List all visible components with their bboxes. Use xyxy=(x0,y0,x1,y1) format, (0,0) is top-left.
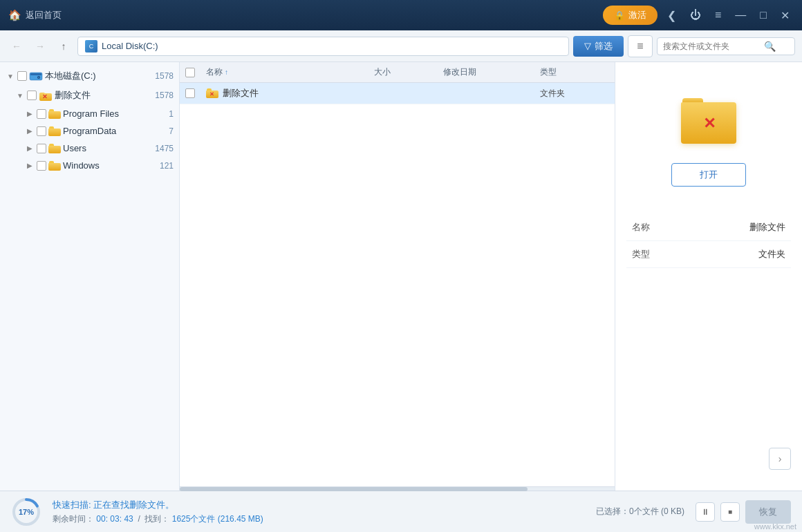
folder-icon-users xyxy=(48,144,61,153)
titlebar: 🏠 返回首页 🔒 激活 ❮ ⏻ ≡ — □ ✕ xyxy=(0,0,802,30)
activate-button[interactable]: 🔒 激活 xyxy=(603,6,658,25)
tree-count-3: 7 xyxy=(169,126,174,136)
forward-button[interactable]: → xyxy=(30,37,50,56)
checkbox-3[interactable] xyxy=(37,126,46,136)
scrollbar-area xyxy=(180,486,615,491)
status-main: 快速扫描: 正在查找删除文件。 xyxy=(53,499,585,511)
checkbox-5[interactable] xyxy=(37,161,46,171)
tree-item-deleted-files[interactable]: ▼ ✕ 删除文件 1578 xyxy=(0,86,179,105)
expand-arrow-5: ▶ xyxy=(25,162,35,169)
tree-item-programdata[interactable]: ▶ ProgramData 7 xyxy=(0,122,179,140)
filter-icon: ▽ xyxy=(584,41,591,51)
file-info-section: 名称 删除文件 类型 文件夹 xyxy=(626,214,791,268)
main-area: ▼ 本地磁盘(C:) 1578 ▼ ✕ 删除文件 1578 xyxy=(0,62,802,491)
table-row[interactable]: ✕ 删除文件 文件夹 xyxy=(180,83,615,104)
svg-point-3 xyxy=(38,77,39,78)
tree-item-local-disk[interactable]: ▼ 本地磁盘(C:) 1578 xyxy=(0,66,179,86)
close-button[interactable]: ✕ xyxy=(776,6,794,25)
progress-circle: 17% xyxy=(11,497,41,527)
power-button[interactable]: ⏻ xyxy=(686,6,705,24)
type-col-label: 类型 xyxy=(540,66,557,78)
scan-status: 正在查找删除文件。 xyxy=(93,500,174,510)
maximize-button[interactable]: □ xyxy=(756,6,771,24)
svg-rect-1 xyxy=(30,73,41,75)
tree-count-1: 1578 xyxy=(155,91,174,100)
tree-label-1: 删除文件 xyxy=(55,89,153,102)
file-name-cell: ✕ 删除文件 xyxy=(206,87,374,99)
statusbar: 17% 快速扫描: 正在查找删除文件。 剩余时间： 00: 03: 43 / 找… xyxy=(0,491,802,532)
right-panel: ✕ 打开 名称 删除文件 类型 文件夹 › xyxy=(615,62,802,491)
view-menu-button[interactable]: ≡ xyxy=(628,35,653,57)
selected-info: 已选择：0个文件 (0 KB) xyxy=(596,506,684,517)
back-button[interactable]: ← xyxy=(7,37,26,56)
settings-menu-button[interactable]: ≡ xyxy=(711,6,725,24)
name-info-label: 名称 xyxy=(632,221,666,234)
header-name[interactable]: 名称 ↑ xyxy=(206,66,374,78)
next-panel-button[interactable]: › xyxy=(769,448,791,470)
folder-icon-program-files xyxy=(48,109,61,119)
scan-pause-button[interactable]: ⏸ xyxy=(696,502,715,522)
search-box: 🔍 xyxy=(657,37,795,55)
date-col-label: 修改日期 xyxy=(443,66,476,78)
tree-count-4: 1475 xyxy=(155,144,174,153)
tree-count-5: 121 xyxy=(160,161,174,171)
tree-item-program-files[interactable]: ▶ Program Files 1 xyxy=(0,105,179,122)
filter-button[interactable]: ▽ 筛选 xyxy=(573,36,624,57)
tree-label-3: ProgramData xyxy=(63,126,167,136)
scan-stop-button[interactable]: ■ xyxy=(720,502,740,522)
header-checkbox[interactable] xyxy=(185,68,195,77)
status-controls: 已选择：0个文件 (0 KB) ⏸ ■ 恢复 xyxy=(596,500,791,524)
path-display: C Local Disk(C:) xyxy=(77,37,569,56)
time-label: 剩余时间： xyxy=(53,514,94,524)
time-value: 00: 03: 43 xyxy=(96,514,133,524)
watermark: www.kkx.net xyxy=(754,522,796,531)
type-info-label: 类型 xyxy=(632,248,666,260)
header-size[interactable]: 大小 xyxy=(374,66,443,78)
search-icon: 🔍 xyxy=(764,41,776,52)
checkbox-1[interactable] xyxy=(27,91,37,100)
name-info-value: 删除文件 xyxy=(666,221,785,234)
info-row-name: 名称 删除文件 xyxy=(626,214,791,241)
checkbox-2[interactable] xyxy=(37,109,46,119)
h-scrollbar[interactable] xyxy=(180,487,528,491)
status-sub: 剩余时间： 00: 03: 43 / 找到： 1625个文件 (216.45 M… xyxy=(53,513,585,525)
row-folder-icon: ✕ xyxy=(206,88,218,98)
minimize-button[interactable]: — xyxy=(731,6,750,24)
home-button[interactable]: 🏠 返回首页 xyxy=(8,9,62,21)
tree-count-2: 1 xyxy=(169,109,174,119)
title-controls: 🔒 激活 ❮ ⏻ ≡ — □ ✕ xyxy=(603,6,794,25)
progress-text: 17% xyxy=(19,508,34,516)
home-label: 返回首页 xyxy=(26,9,62,21)
checkbox-0[interactable] xyxy=(17,71,27,81)
scan-title: 快速扫描: xyxy=(53,500,91,510)
tree-label-4: Users xyxy=(63,143,153,153)
tree-label-0: 本地磁盘(C:) xyxy=(45,70,153,82)
tree-item-users[interactable]: ▶ Users 1475 xyxy=(0,140,179,157)
expand-arrow-0: ▼ xyxy=(6,73,15,80)
big-folder-icon: ✕ xyxy=(681,98,736,144)
row-checkbox[interactable] xyxy=(185,88,195,98)
folder-icon-windows xyxy=(48,161,61,171)
share-button[interactable]: ❮ xyxy=(663,6,680,25)
expand-arrow-4: ▶ xyxy=(25,144,35,152)
header-checkbox-col xyxy=(185,68,206,77)
expand-arrow-2: ▶ xyxy=(25,110,35,117)
up-button[interactable]: ↑ xyxy=(54,37,73,56)
recover-button[interactable]: 恢复 xyxy=(745,500,791,524)
open-button[interactable]: 打开 xyxy=(671,163,746,187)
header-type[interactable]: 类型 xyxy=(540,66,609,78)
checkbox-4[interactable] xyxy=(37,144,46,153)
expand-arrow-3: ▶ xyxy=(25,127,35,135)
file-preview: ✕ xyxy=(678,90,740,152)
expand-arrow-1: ▼ xyxy=(15,92,25,99)
header-date[interactable]: 修改日期 xyxy=(443,66,540,78)
file-list: 名称 ↑ 大小 修改日期 类型 ✕ xyxy=(180,62,615,491)
home-icon: 🏠 xyxy=(8,9,21,21)
folder-icon-programdata xyxy=(48,126,61,136)
sort-arrow-name: ↑ xyxy=(225,68,228,76)
info-row-type: 类型 文件夹 xyxy=(626,241,791,268)
tree-label-2: Program Files xyxy=(63,108,167,119)
tree-item-windows[interactable]: ▶ Windows 121 xyxy=(0,157,179,174)
search-input[interactable] xyxy=(663,41,760,51)
file-list-header: 名称 ↑ 大小 修改日期 类型 xyxy=(180,62,615,83)
